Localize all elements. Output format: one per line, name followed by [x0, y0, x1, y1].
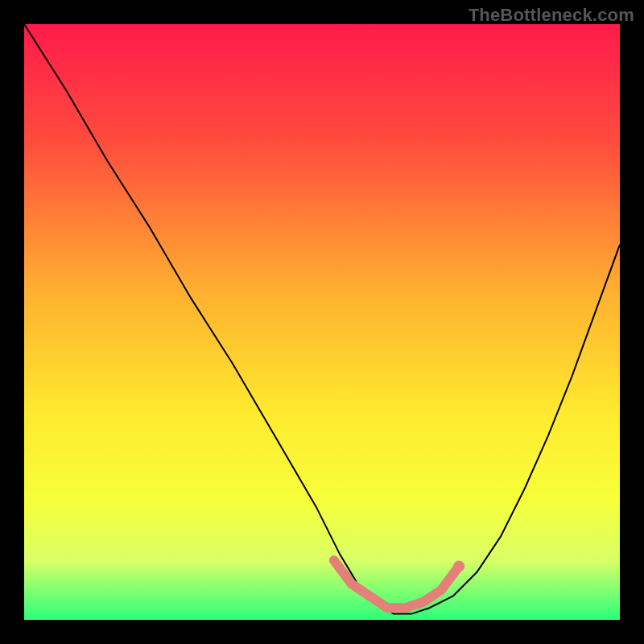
chart-container: TheBottleneck.com	[0, 0, 644, 644]
gradient-background	[24, 24, 620, 620]
optimal-zone-end-marker	[453, 560, 464, 572]
plot-area	[24, 24, 620, 620]
chart-svg	[24, 24, 620, 620]
watermark-text: TheBottleneck.com	[469, 5, 634, 26]
